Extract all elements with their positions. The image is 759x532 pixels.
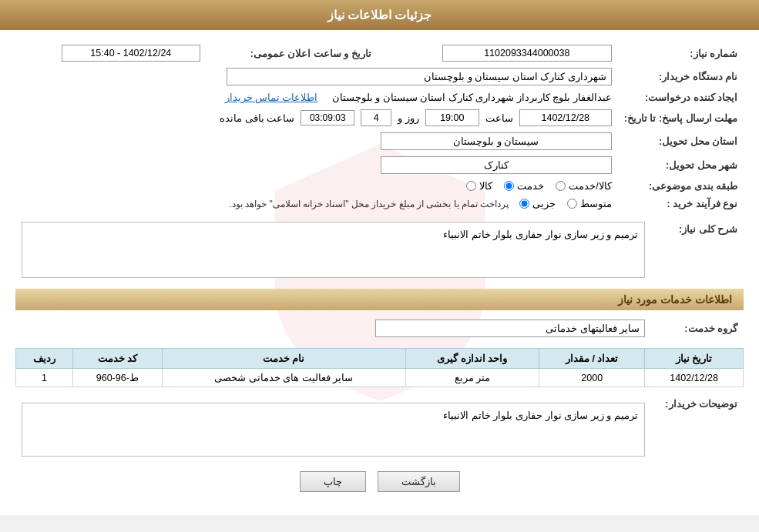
tosifat-value: ترمیم و زیر سازی نوار حفاری بلوار خاتم ا… (443, 410, 638, 421)
cell-kodKhedmat: ط-96-960 (72, 369, 162, 387)
buttons-row: بازگشت چاپ (15, 471, 744, 492)
cell-tarikhNiaz: 1402/12/28 (645, 369, 744, 387)
tabaqe-radio-group: کالا/خدمت خدمت کالا (466, 180, 611, 192)
noe-farayand-desc: پرداخت تمام یا بخشی از مبلغ خریداز محل "… (229, 199, 509, 209)
grohe-value: سایر فعالیتهای خدماتی (375, 320, 645, 337)
tabaqe-khedmat-label: خدمت (517, 180, 544, 192)
nam-dastgah-value: شهرداری کنارک استان سیستان و بلوچستان (227, 68, 612, 85)
mohlat-saat: 19:00 (425, 109, 479, 126)
ijad-konande-value: عبدالغفار بلوچ کاربرداز شهرداری کنارک اس… (332, 92, 612, 103)
noe-farayand-motosat-label: متوسط (580, 198, 612, 209)
table-row: 1402/12/282000متر مربعسایر فعالیت های خد… (16, 369, 744, 387)
cell-vahedAndaze: متر مربع (405, 369, 539, 387)
rooz-label: روز و (398, 112, 418, 124)
service-table: تاریخ نیاز تعداد / مقدار واحد اندازه گیر… (15, 348, 744, 387)
print-button[interactable]: چاپ (300, 471, 366, 492)
sharh-table: شرح کلی نیاز: ترمیم و زیر سازی نوار حفار… (15, 219, 744, 281)
tabaqe-kala-khedmat-label: کالا/خدمت (569, 180, 611, 192)
shahr-value: کنارک (381, 156, 612, 174)
ostan-value: سیستان و بلوچستان (381, 132, 612, 150)
sharh-value: ترمیم و زیر سازی نوار حفاری بلوار خاتم ا… (29, 229, 638, 271)
mohlat-label: مهلت ارسال پاسخ: تا تاریخ: (618, 106, 744, 129)
col-tedad-meqdar: تعداد / مقدار (539, 349, 645, 369)
mohlat-countdown: 03:09:03 (301, 110, 354, 125)
noe-farayand-label: نوع فرآیند خرید : (618, 195, 744, 212)
col-vahed-andaze: واحد اندازه گیری (405, 349, 539, 369)
noe-farayand-jozee-label: جزیی (532, 198, 556, 209)
main-info-table: شماره نیاز: 1102093344000038 تاریخ و ساع… (15, 42, 744, 212)
baghi-label: ساعت باقی مانده (220, 112, 294, 124)
col-tarikh-niaz: تاریخ نیاز (645, 349, 744, 369)
ijad-konande-label: ایجاد کننده درخواست: (618, 89, 744, 106)
tabaqe-kala-label: کالا (479, 180, 492, 192)
tarikh-label: تاریخ و ساعت اعلان عمومی: (207, 42, 387, 65)
cell-namKhedmat: سایر فعالیت های خدماتی شخصی (162, 369, 405, 387)
noe-farayand-motosat[interactable]: متوسط (567, 198, 612, 209)
tarikh-value: 1402/12/24 - 15:40 (62, 45, 200, 62)
tosifat-box: ترمیم و زیر سازی نوار حفاری بلوار خاتم ا… (22, 403, 645, 457)
header-title: جزئیات اطلاعات نیاز (327, 8, 432, 22)
noe-farayand-radio-group: متوسط جزیی (519, 198, 612, 209)
mohlat-date: 1402/12/28 (519, 109, 612, 126)
tabaqe-khedmat[interactable]: خدمت (504, 180, 544, 192)
col-radif: ردیف (16, 349, 73, 369)
tosifat-table: توضیحات خریدار: ترمیم و زیر سازی نوار حف… (15, 393, 744, 460)
col-kod-khedmat: کد خدمت (72, 349, 162, 369)
cell-tedadMeqdar: 2000 (539, 369, 645, 387)
saat-label: ساعت (485, 112, 513, 124)
shomare-niaz-label: شماره نیاز: (618, 42, 744, 65)
grohe-table: گروه خدمت: سایر فعالیتهای خدماتی (15, 316, 744, 340)
sharh-box: ترمیم و زیر سازی نوار حفاری بلوار خاتم ا… (22, 222, 645, 278)
tabaqe-label: طبقه بندی موضوعی: (618, 177, 744, 195)
nam-dastgah-label: نام دستگاه خریدار: (618, 65, 744, 89)
tosifat-label: توضیحات خریدار: (665, 399, 737, 410)
grohe-label: گروه خدمت: (651, 316, 744, 340)
sharh-label: شرح کلی نیاز: (679, 224, 737, 235)
info-section-header: اطلاعات خدمات مورد نیاز (15, 289, 744, 310)
mohlat-rooz: 4 (361, 109, 391, 126)
cell-radif: 1 (16, 369, 73, 387)
tabaqe-kala[interactable]: کالا (466, 180, 492, 192)
shahr-label: شهر محل تحویل: (618, 153, 744, 177)
info-section-title: اطلاعات خدمات مورد نیاز (618, 293, 732, 306)
page-header: جزئیات اطلاعات نیاز (0, 0, 759, 30)
shomare-niaz-value: 1102093344000038 (442, 45, 612, 62)
back-button[interactable]: بازگشت (378, 471, 460, 492)
ostan-label: استان محل تحویل: (618, 129, 744, 153)
ettelaat-link[interactable]: اطلاعات تماس خریدار (225, 92, 318, 103)
tabaqe-kala-khedmat[interactable]: کالا/خدمت (556, 180, 611, 192)
noe-farayand-jozee[interactable]: جزیی (519, 198, 556, 209)
col-nam-khedmat: نام خدمت (162, 349, 405, 369)
